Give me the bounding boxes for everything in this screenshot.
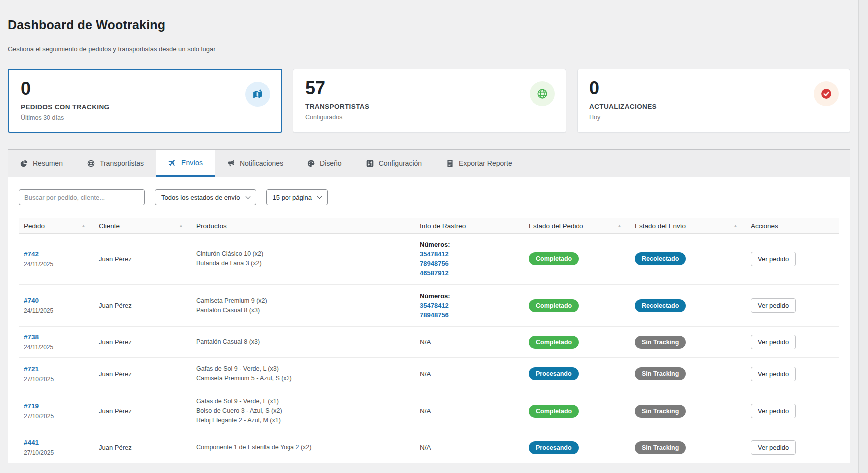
pie-chart-icon	[20, 159, 28, 168]
customer-name: Juan Pérez	[94, 401, 191, 421]
table-body: #742 24/11/2025 Juan Pérez Cinturón Clás…	[19, 234, 839, 463]
column-header-estado-envio: Estado del Envío▲	[630, 222, 746, 230]
product-line: Reloj Elegante 2 - Azul, M (x1)	[196, 416, 410, 425]
customer-name: Juan Pérez	[94, 437, 191, 458]
column-header-acciones: Acciones	[746, 222, 839, 230]
product-line: Componente 1 de Esterilla de Yoga 2 (x2)	[196, 443, 410, 452]
tab-resumen[interactable]: Resumen	[8, 150, 75, 177]
sort-icon[interactable]: ▲	[179, 223, 183, 228]
order-link[interactable]: #441	[24, 439, 39, 446]
tracking-number-link[interactable]: 35478412	[420, 301, 519, 310]
stat-label: PEDIDOS CON TRACKING	[21, 103, 269, 111]
sort-icon[interactable]: ▲	[81, 223, 86, 228]
order-link[interactable]: #738	[24, 333, 39, 341]
column-header-pedido: Pedido▲	[19, 222, 94, 230]
no-tracking-text: N/A	[420, 444, 431, 451]
tab-label: Envíos	[181, 159, 203, 167]
check-circle-icon	[814, 81, 839, 106]
order-status-badge: Procesando	[529, 367, 579, 380]
stat-card-actualizaciones[interactable]: 0 ACTUALIZACIONES Hoy	[577, 69, 850, 133]
tab-label: Configuración	[379, 159, 422, 167]
stat-value: 0	[21, 79, 269, 99]
search-input[interactable]	[19, 189, 145, 205]
tab-notificaciones[interactable]: Notificaciones	[215, 150, 295, 177]
column-header-estado-pedido: Estado del Pedido▲	[524, 222, 630, 230]
product-list: Cinturón Clásico 10 (x2)Bufanda de Lana …	[191, 243, 415, 275]
tab-transportistas[interactable]: Transportistas	[75, 150, 156, 177]
select-value: 15 por página	[273, 194, 312, 201]
per-page-select[interactable]: 15 por página	[266, 189, 328, 205]
product-line: Pantalón Casual 8 (x3)	[196, 306, 410, 315]
view-order-button[interactable]: Ver pedido	[751, 298, 796, 313]
customer-name: Juan Pérez	[94, 332, 191, 352]
shipping-status-badge: Sin Tracking	[635, 336, 686, 349]
globe-icon	[530, 81, 555, 106]
no-tracking-text: N/A	[420, 407, 431, 415]
order-date: 27/10/2025	[24, 376, 89, 383]
no-tracking-text: N/A	[420, 338, 431, 346]
envios-panel: Todos los estados de envío 15 por página…	[8, 177, 850, 463]
product-line: Cinturón Clásico 10 (x2)	[196, 249, 410, 259]
table-row: #740 24/11/2025 Juan Pérez Camiseta Prem…	[19, 285, 839, 327]
product-list: Gafas de Sol 9 - Verde, L (x1)Bolso de C…	[191, 390, 415, 432]
select-value: Todos los estados de envío	[161, 194, 240, 201]
tracking-number-link[interactable]: 35478412	[420, 249, 519, 259]
tab-bar: Resumen Transportistas Envíos Notificaci…	[8, 149, 850, 177]
plane-icon	[168, 158, 177, 167]
product-line: Bufanda de Lana 3 (x2)	[196, 259, 410, 268]
tracking-number-link[interactable]: 78948756	[420, 310, 519, 320]
map-pin-icon	[245, 82, 270, 107]
view-order-button[interactable]: Ver pedido	[751, 440, 796, 455]
tracking-heading: Números:	[420, 291, 519, 301]
table-row: #441 27/10/2025 Juan Pérez Componente 1 …	[19, 432, 839, 463]
product-list: Pantalón Casual 8 (x3)	[191, 331, 415, 353]
document-icon	[446, 159, 454, 168]
megaphone-icon	[227, 159, 235, 168]
tracking-number-link[interactable]: 78948756	[420, 259, 519, 268]
view-order-button[interactable]: Ver pedido	[751, 335, 796, 349]
tab-label: Resumen	[33, 159, 63, 167]
column-header-info-rastreo: Info de Rastreo	[415, 222, 524, 230]
stat-value: 0	[589, 78, 838, 98]
order-status-badge: Completado	[529, 336, 579, 349]
tab-label: Transportistas	[100, 159, 144, 167]
shipping-status-badge: Sin Tracking	[635, 367, 686, 380]
column-header-productos: Productos	[191, 222, 415, 230]
table-row: #719 27/10/2025 Juan Pérez Gafas de Sol …	[19, 390, 839, 432]
view-order-button[interactable]: Ver pedido	[751, 404, 796, 418]
view-order-button[interactable]: Ver pedido	[751, 367, 796, 381]
table-row: #721 27/10/2025 Juan Pérez Gafas de Sol …	[19, 358, 839, 390]
tab-exportar-reporte[interactable]: Exportar Reporte	[434, 150, 524, 177]
stats-row: 0 PEDIDOS CON TRACKING Últimos 30 días 5…	[8, 69, 850, 133]
tab-diseno[interactable]: Diseño	[295, 150, 354, 177]
view-order-button[interactable]: Ver pedido	[751, 252, 796, 266]
product-line: Gafas de Sol 9 - Verde, L (x1)	[196, 397, 410, 406]
shipping-status-badge: Recolectado	[635, 252, 686, 265]
order-link[interactable]: #742	[24, 250, 39, 258]
tracking-number-link[interactable]: 46587912	[420, 268, 519, 278]
order-link[interactable]: #719	[24, 402, 39, 410]
sort-icon[interactable]: ▲	[733, 223, 738, 228]
order-status-badge: Procesando	[529, 441, 579, 454]
shipping-status-filter[interactable]: Todos los estados de envío	[155, 189, 256, 205]
tracking-info: Números:354784127894875646587912	[415, 234, 524, 284]
shipping-status-badge: Sin Tracking	[635, 405, 686, 418]
tab-envios[interactable]: Envíos	[156, 150, 215, 177]
table-row: #742 24/11/2025 Juan Pérez Cinturón Clás…	[19, 234, 839, 285]
tab-label: Exportar Reporte	[459, 159, 512, 167]
tracking-info: N/A	[415, 332, 524, 352]
product-line: Pantalón Casual 8 (x3)	[196, 337, 410, 347]
tab-configuracion[interactable]: Configuración	[354, 150, 434, 177]
order-status-badge: Completado	[529, 252, 579, 265]
order-date: 24/11/2025	[24, 344, 89, 351]
stat-card-transportistas[interactable]: 57 TRANSPORTISTAS Configurados	[293, 69, 566, 133]
orders-table: Pedido▲ Cliente▲ Productos Info de Rastr…	[19, 218, 839, 463]
order-link[interactable]: #740	[24, 297, 39, 304]
order-status-badge: Completado	[529, 299, 579, 312]
product-list: Componente 1 de Esterilla de Yoga 2 (x2)	[191, 436, 415, 459]
stat-card-pedidos-con-tracking[interactable]: 0 PEDIDOS CON TRACKING Últimos 30 días	[8, 69, 282, 133]
page-title: Dashboard de Wootraking	[8, 18, 850, 32]
sort-icon[interactable]: ▲	[617, 223, 622, 228]
scrollbar[interactable]	[858, 0, 868, 473]
order-link[interactable]: #721	[24, 365, 39, 373]
